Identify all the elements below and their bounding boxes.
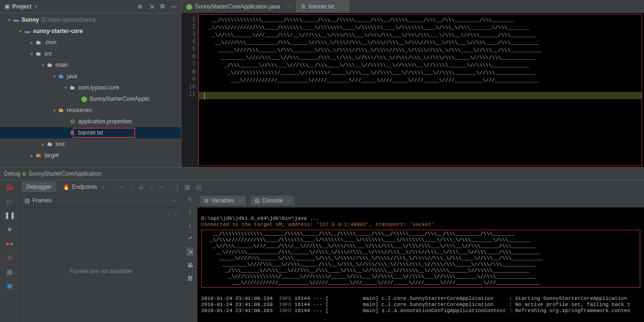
resume-icon[interactable]: ▷ bbox=[6, 197, 14, 205]
debug-config-name: SunnyStarterCoreApplication bbox=[28, 170, 101, 177]
tab-java-file[interactable]: ⬤ SunnyStarterCoreApplication.java ✕ bbox=[181, 0, 296, 13]
spring-leaf-icon: ✿ bbox=[22, 171, 26, 177]
project-panel: ▣ Project ▾ ⊕ ⇲ ⚙ — ▾ ▬ Sunny D:\repo-ly… bbox=[0, 0, 181, 167]
evaluate-icon[interactable]: ▦ bbox=[184, 183, 190, 191]
clear-icon[interactable]: 🗑 bbox=[187, 274, 193, 282]
tree-banner-txt[interactable]: 🗎 banner.txt bbox=[0, 127, 181, 138]
folder-icon: 🖿 bbox=[35, 50, 42, 57]
folder-icon: 🖿 bbox=[46, 141, 54, 147]
txt-file-icon: 🗎 bbox=[301, 3, 306, 10]
down-icon[interactable]: ↓ bbox=[188, 222, 192, 229]
stop-icon[interactable]: ■ bbox=[6, 225, 14, 233]
debugger-tab[interactable]: Debugger bbox=[22, 182, 56, 192]
folder-icon: 🖿 bbox=[35, 39, 42, 46]
chevron-down-icon[interactable]: ▾ bbox=[33, 3, 40, 10]
tree-mvn[interactable]: ▸ 🖿 .mvn bbox=[0, 37, 181, 48]
package-icon: 🖿 bbox=[69, 84, 76, 91]
module-icon: ▬ bbox=[12, 16, 20, 23]
console-header: ≣ Variables→ ▤ Console→ bbox=[197, 193, 644, 208]
trace-icon[interactable]: ⊞ bbox=[196, 183, 202, 191]
resources-folder-icon: 🖿 bbox=[57, 107, 65, 113]
frames-icon: ▤ bbox=[24, 197, 30, 204]
collapse-icon[interactable]: ⇲ bbox=[148, 3, 155, 10]
prev-frame-icon[interactable]: ↑ bbox=[167, 210, 170, 217]
force-step-into-icon[interactable]: ⇊ bbox=[139, 183, 144, 191]
debugger-toolwindow: 🐞 ▷ ❚❚ ■ ●● ⊘ ▦ ▣ Debugger 🔥 Endpoints →… bbox=[0, 180, 644, 322]
debug-label: Debug bbox=[4, 170, 20, 177]
console-tab[interactable]: ▤ Console→ bbox=[251, 196, 294, 205]
console-log-line: 2018-01-24 23:41:09.283 INFO 16144 --- [… bbox=[201, 308, 630, 314]
module-icon: ▬ bbox=[24, 28, 31, 34]
project-icon: ▣ bbox=[4, 3, 10, 10]
source-folder-icon: 🖿 bbox=[57, 73, 65, 80]
tree-java[interactable]: ▾ 🖿 java bbox=[0, 71, 181, 82]
txt-file-icon: 🗎 bbox=[69, 129, 76, 136]
project-tree[interactable]: ▾ ▬ Sunny D:\repo-lyyzoo\Sunny ▾ ▬ sunny… bbox=[0, 13, 181, 167]
console-banner-box: __/\\\\\\\\\\\\\_______/\\\\\_____/\\\__… bbox=[201, 230, 640, 288]
spring-run-icon: ⬤ bbox=[186, 3, 192, 10]
tree-app-props[interactable]: ✿ application.properties bbox=[0, 116, 181, 127]
tree-test[interactable]: ▸ 🖿 test bbox=[0, 138, 181, 150]
step-out-icon[interactable]: ↑ bbox=[150, 183, 153, 191]
print-icon[interactable]: 🖶 bbox=[187, 262, 193, 269]
editor-body[interactable]: 12345 67891011 __/\\\\\\\\\\\\\_______/\… bbox=[181, 13, 644, 167]
close-icon[interactable]: ✕ bbox=[286, 3, 291, 9]
tree-src[interactable]: ▾ 🖿 src bbox=[0, 48, 181, 59]
spring-leaf-icon: ✿ bbox=[69, 118, 76, 125]
target-folder-icon: 🖿 bbox=[35, 152, 42, 159]
banner-ascii: __/\\\\\\\\\\\\\_______/\\\\\_____/\\\__… bbox=[199, 16, 642, 84]
project-title: Project bbox=[12, 3, 32, 10]
frames-pane: ▤ Frames → ↑ ↓ Frames are not available bbox=[20, 193, 182, 322]
console-tools: ✎ ↑ ↓ ⤶ ⇲ 🖶 🗑 bbox=[182, 193, 197, 322]
spring-run-icon: ⬤ bbox=[80, 96, 88, 102]
tree-module-core[interactable]: ▾ ▬ sunny-starter-core bbox=[0, 25, 181, 37]
console-output[interactable]: D:\opt\jdk\jdk1.8_x64\jdk\bin\java ... C… bbox=[197, 208, 644, 322]
run-to-cursor-icon[interactable]: →| bbox=[170, 183, 179, 191]
step-into-icon[interactable]: ↓ bbox=[130, 183, 133, 191]
editor-tabs: ⬤ SunnyStarterCoreApplication.java ✕ 🗎 b… bbox=[181, 0, 644, 13]
debug-sidebar-tools: 🐞 ▷ ❚❚ ■ ●● ⊘ ▦ ▣ bbox=[0, 180, 20, 322]
up-icon[interactable]: ↑ bbox=[188, 209, 192, 216]
console-ascii: __/\\\\\\\\\\\\\_______/\\\\\_____/\\\__… bbox=[204, 231, 543, 286]
gear-icon[interactable]: ⚙ bbox=[159, 3, 166, 10]
filter-icon[interactable]: ✎ bbox=[187, 196, 193, 203]
target-icon[interactable]: ⊕ bbox=[137, 3, 143, 10]
hide-icon[interactable]: — bbox=[171, 3, 177, 10]
tab-banner-txt[interactable]: 🗎 banner.txt ✕ bbox=[296, 0, 350, 13]
caret bbox=[204, 93, 205, 99]
tree-resources[interactable]: ▾ 🖿 resources bbox=[0, 105, 181, 116]
pause-icon[interactable]: ❚❚ bbox=[6, 211, 14, 219]
tree-app-class[interactable]: ⬤ SunnyStarterCoreApplic bbox=[0, 93, 181, 105]
tree-target[interactable]: ▸ 🖿 target bbox=[0, 150, 181, 161]
mute-breakpoints-icon[interactable]: ⊘ bbox=[6, 254, 14, 261]
editor-content[interactable]: __/\\\\\\\\\\\\\_______/\\\\\_____/\\\__… bbox=[198, 14, 642, 166]
settings-icon[interactable]: ▣ bbox=[6, 282, 14, 290]
tree-package[interactable]: ▾ 🖿 com.lyyzoo.core bbox=[0, 82, 181, 93]
step-over-icon[interactable]: ⤻ bbox=[118, 183, 124, 191]
view-breakpoints-icon[interactable]: ●● bbox=[6, 240, 14, 247]
debug-breadcrumb-bar: Debug ✿ SunnyStarterCoreApplication bbox=[0, 167, 644, 180]
console-log-line: 2018-01-24 23:41:09.239 INFO 16144 --- [… bbox=[201, 302, 630, 307]
console-icon: ▤ bbox=[254, 197, 260, 204]
flame-icon: 🔥 bbox=[63, 184, 70, 190]
editor-area: ⬤ SunnyStarterCoreApplication.java ✕ 🗎 b… bbox=[181, 0, 644, 167]
variables-tab[interactable]: ≣ Variables→ bbox=[200, 196, 246, 205]
console-log-line: 2018-01-24 23:41:09.234 INFO 16144 --- [… bbox=[201, 296, 627, 301]
scroll-end-icon[interactable]: ⇲ bbox=[187, 247, 194, 256]
frames-empty-msg: Frames are not available bbox=[20, 220, 182, 322]
line-gutter: 12345 67891011 bbox=[181, 13, 198, 167]
endpoints-tab[interactable]: 🔥 Endpoints → bbox=[58, 182, 110, 192]
rerun-debug-icon[interactable]: 🐞 bbox=[6, 183, 14, 191]
tree-main[interactable]: ▾ 🖿 main bbox=[0, 59, 181, 71]
console-cmd: D:\opt\jdk\jdk1.8_x64\jdk\bin\java ... bbox=[201, 216, 319, 221]
console-connected: Connected to the target VM, address: '12… bbox=[201, 222, 434, 227]
next-frame-icon[interactable]: ↓ bbox=[174, 210, 177, 217]
close-icon[interactable]: ✕ bbox=[341, 3, 345, 9]
layout-icon[interactable]: ▦ bbox=[6, 268, 14, 275]
current-line-highlight bbox=[199, 92, 642, 99]
variables-icon: ≣ bbox=[204, 197, 209, 204]
soft-wrap-icon[interactable]: ⤶ bbox=[187, 234, 193, 242]
tree-root[interactable]: ▾ ▬ Sunny D:\repo-lyyzoo\Sunny bbox=[0, 14, 181, 25]
drop-frame-icon[interactable]: ⤺ bbox=[159, 183, 164, 191]
folder-icon: 🖿 bbox=[46, 62, 54, 68]
